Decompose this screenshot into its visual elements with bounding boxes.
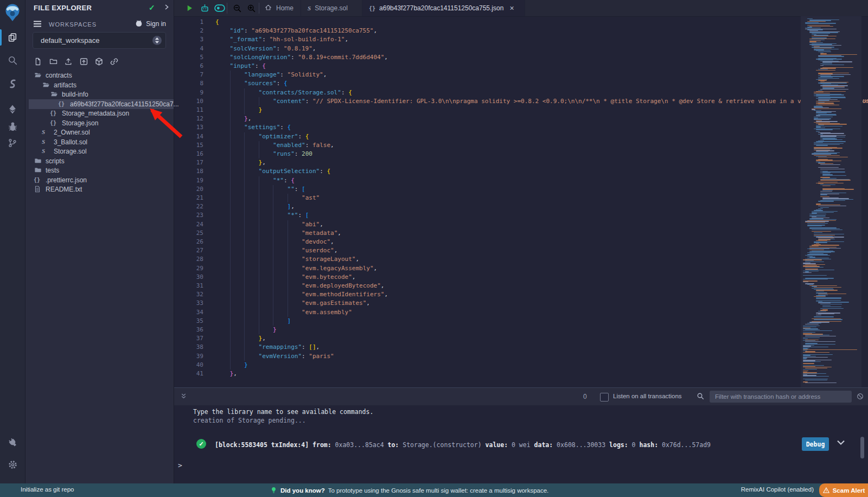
code-line[interactable]: ], <box>215 202 866 211</box>
terminal-scrollbar[interactable] <box>860 437 864 458</box>
code-line[interactable]: "evm.gasEstimates", <box>215 299 866 308</box>
tree-item[interactable]: contracts <box>25 71 174 80</box>
code-line[interactable]: } <box>215 361 866 369</box>
code-line[interactable]: "": [ <box>215 185 866 194</box>
settings-icon[interactable] <box>0 455 25 474</box>
code-line[interactable]: }, <box>215 334 866 343</box>
clear-console-icon[interactable] <box>856 392 864 403</box>
code-line[interactable]: "evm.bytecode", <box>215 273 866 282</box>
code-line[interactable]: "*": [ <box>215 211 866 220</box>
tab-home[interactable]: Home <box>258 0 301 16</box>
file-explorer-icon[interactable] <box>0 28 25 47</box>
code-line[interactable]: "id": "a69b43f277ba20fcac141151250ca755"… <box>215 27 866 35</box>
tree-item[interactable]: tests <box>25 165 174 175</box>
git-icon[interactable] <box>0 133 25 152</box>
tree-item[interactable]: build-info <box>25 90 174 99</box>
ai-toggle-icon[interactable] <box>213 0 227 16</box>
remix-logo-icon[interactable] <box>0 3 25 22</box>
git-init-status[interactable]: Initialize as git repo <box>21 486 74 493</box>
indent-guide <box>230 88 231 97</box>
debugger-icon[interactable] <box>0 117 25 136</box>
tree-item[interactable]: README.txt <box>25 184 174 194</box>
tree-item[interactable]: S3_Ballot.sol <box>25 137 174 147</box>
zoom-out-icon[interactable] <box>230 0 244 16</box>
tree-item[interactable]: SStorage.sol <box>25 146 174 156</box>
tree-item[interactable]: {}Storage.json <box>25 118 174 128</box>
tree-item[interactable]: scripts <box>25 156 174 166</box>
code-line[interactable]: "userdoc", <box>215 246 866 255</box>
upload-folder-icon[interactable] <box>78 56 89 67</box>
new-folder-icon[interactable] <box>48 56 59 67</box>
minimap[interactable] <box>801 16 861 387</box>
hamburger-menu-icon[interactable] <box>33 20 42 30</box>
solidity-compiler-icon[interactable] <box>0 74 25 93</box>
sign-in-button[interactable]: Sign in <box>135 20 166 28</box>
code-line[interactable]: "solcLongVersion": "0.8.19+commit.7dd6d4… <box>215 53 866 62</box>
code-line[interactable]: "sources": { <box>215 79 866 88</box>
tab-storage-sol[interactable]: SStorage.sol <box>301 0 362 16</box>
terminal[interactable]: Type the library name to see available c… <box>174 405 868 483</box>
deploy-run-icon[interactable] <box>0 100 25 118</box>
code-line[interactable]: "content": "// SPDX-License-Identifier: … <box>215 97 866 106</box>
terminal-prompt[interactable]: > <box>178 461 182 469</box>
debug-button[interactable]: Debug <box>802 437 829 451</box>
minimap-line <box>805 368 827 368</box>
code-line[interactable]: "enabled": false, <box>215 141 866 150</box>
code-line[interactable]: "settings": { <box>215 123 866 132</box>
copilot-status[interactable]: RemixAI Copilot (enabled) <box>741 486 814 493</box>
code-line[interactable]: "outputSelection": { <box>215 167 866 176</box>
import-link-icon[interactable] <box>108 56 119 67</box>
code-line[interactable]: "evm.assembly" <box>215 308 866 317</box>
run-play-icon[interactable] <box>182 0 196 16</box>
workspace-select[interactable]: default_workspace <box>33 32 166 49</box>
code-line[interactable]: }, <box>215 114 866 123</box>
code-line[interactable]: ] <box>215 317 866 326</box>
search-icon[interactable] <box>0 51 25 69</box>
tree-item[interactable]: artifacts <box>25 80 174 90</box>
code-line[interactable]: "optimizer": { <box>215 132 866 141</box>
code-line[interactable]: "abi", <box>215 220 866 229</box>
ai-robot-icon[interactable] <box>197 0 212 16</box>
code-line[interactable]: "contracts/Storage.sol": { <box>215 88 866 97</box>
load-cube-icon[interactable] <box>93 56 104 67</box>
code-editor[interactable]: 1234567891011121314151617181920212223242… <box>174 16 868 387</box>
code-line[interactable]: } <box>215 106 866 114</box>
code-line[interactable]: "_format": "hh-sol-build-info-1", <box>215 35 866 44</box>
transaction-summary[interactable]: [block:5583405 txIndex:4] from: 0xa03...… <box>215 441 711 449</box>
new-file-icon[interactable] <box>33 56 43 67</box>
upload-file-icon[interactable] <box>63 56 74 67</box>
code-line[interactable]: "*": { <box>215 176 866 185</box>
code-line[interactable]: "input": { <box>215 62 866 71</box>
code-line[interactable]: "evm.methodIdentifiers", <box>215 290 866 299</box>
code-line[interactable]: "remappings": [], <box>215 343 866 352</box>
code-line[interactable]: "evm.legacyAssembly", <box>215 264 866 273</box>
close-icon[interactable]: × <box>509 4 514 12</box>
code-line[interactable]: "solcVersion": "0.8.19", <box>215 44 866 53</box>
code-line[interactable]: "evm.deployedBytecode", <box>215 282 866 290</box>
code-line[interactable]: "runs": 200 <box>215 150 866 158</box>
code-line[interactable]: "evmVersion": "paris" <box>215 352 866 361</box>
transaction-filter-input[interactable] <box>710 391 852 403</box>
code-line[interactable]: "storageLayout", <box>215 255 866 264</box>
tree-item[interactable]: S2_Owner.sol <box>25 128 174 137</box>
chevron-right-icon[interactable] <box>163 3 170 12</box>
code-line[interactable]: { <box>215 18 866 27</box>
code-line[interactable]: "ast" <box>215 194 866 202</box>
scam-alert-button[interactable]: Scam Alert <box>819 483 868 497</box>
code-line[interactable]: "devdoc", <box>215 238 866 246</box>
tree-item[interactable]: {}Storage_metadata.json <box>25 109 174 118</box>
tab-a69b43f277ba20fcac141151250ca755-json[interactable]: {}a69b43f277ba20fcac141151250ca755.json× <box>362 0 525 16</box>
code-line[interactable]: } <box>215 326 866 334</box>
plugin-manager-icon[interactable] <box>0 433 25 451</box>
code-line[interactable]: "metadata", <box>215 229 866 238</box>
code-line[interactable]: }, <box>215 158 866 167</box>
tx-expand-chevron-icon[interactable] <box>837 439 845 447</box>
code-line[interactable]: "language": "Solidity", <box>215 71 866 79</box>
tree-item[interactable]: {}.prettierrc.json <box>25 175 174 185</box>
listen-checkbox[interactable] <box>600 393 609 402</box>
indent-guide <box>244 334 245 343</box>
terminal-collapse-icon[interactable] <box>180 392 187 403</box>
tree-item[interactable]: {}a69b43f277ba20fcac141151250ca7... <box>29 99 174 109</box>
code-line[interactable]: }, <box>215 369 866 378</box>
zoom-in-icon[interactable] <box>244 0 258 16</box>
